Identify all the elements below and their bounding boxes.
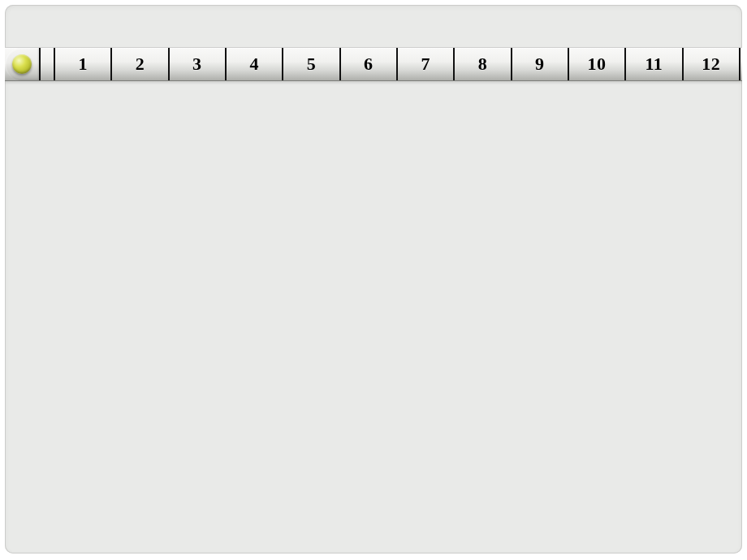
ruler-segment[interactable]: 8 (453, 48, 510, 80)
ruler-cells: 1 2 3 4 5 6 7 8 9 10 11 12 (39, 48, 742, 80)
stage: 1 2 3 4 5 6 7 8 9 10 11 12 (5, 5, 742, 554)
ruler-lead-tick (39, 48, 54, 80)
ruler-end-tick (739, 48, 742, 80)
content-area (5, 83, 742, 554)
ruler-segment-label: 9 (535, 54, 545, 75)
ruler-segment-label: 2 (136, 54, 145, 75)
ruler-segment[interactable]: 3 (168, 48, 225, 80)
ruler-segment-label: 3 (192, 54, 202, 75)
ruler-segment-label: 5 (307, 54, 317, 75)
ruler-segment-label: 4 (249, 54, 259, 75)
ruler-segment-label: 7 (421, 54, 430, 75)
ruler-segment[interactable]: 2 (110, 48, 167, 80)
ruler-segment[interactable]: 4 (225, 48, 282, 80)
ruler-segment[interactable]: 10 (568, 48, 624, 80)
ruler-segment[interactable]: 6 (339, 48, 396, 80)
ruler-segment-label: 1 (78, 54, 88, 75)
ruler-segment-label: 11 (646, 54, 663, 75)
ruler-segment[interactable]: 5 (282, 48, 339, 80)
ruler-segment[interactable]: 9 (511, 48, 568, 80)
ruler-bar: 1 2 3 4 5 6 7 8 9 10 11 12 (5, 47, 742, 81)
ruler-segment-label: 6 (364, 54, 374, 75)
ruler-segment-label: 10 (588, 54, 607, 75)
ruler-segment[interactable]: 11 (624, 48, 681, 80)
ruler-segment[interactable]: 7 (396, 48, 453, 80)
ruler-segment-label: 8 (478, 54, 488, 75)
ruler-segment[interactable]: 1 (54, 48, 110, 80)
ruler-handle-dot[interactable] (12, 54, 32, 74)
ruler-segment-label: 12 (702, 54, 720, 75)
ruler-end-cap[interactable] (5, 48, 39, 80)
ruler-segment[interactable]: 12 (682, 48, 739, 80)
